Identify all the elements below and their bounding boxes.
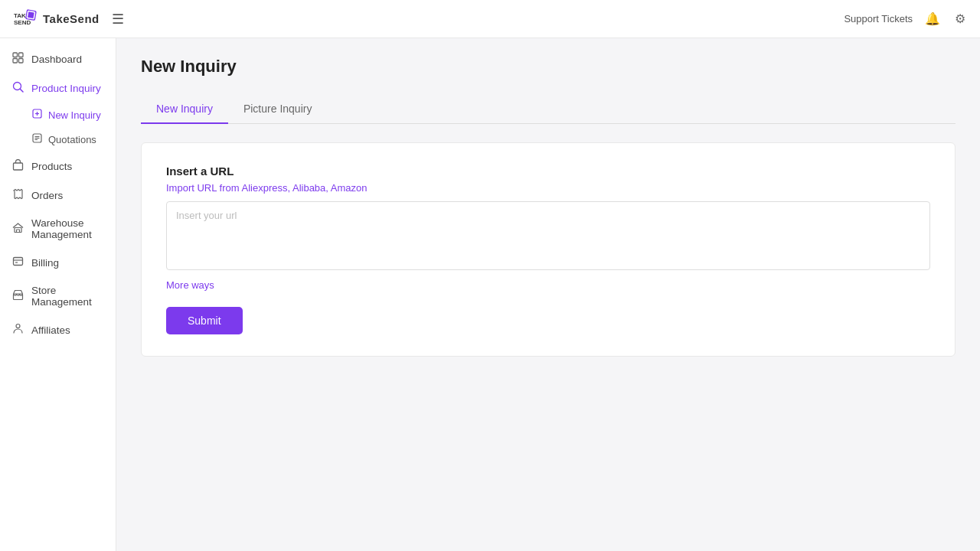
billing-icon: [12, 256, 24, 269]
affiliates-icon: [12, 323, 24, 337]
logo-area: TAKE SEND TakeSend: [12, 7, 100, 31]
page-title: New Inquiry: [141, 57, 956, 77]
topbar-right: Support Tickets 🔔 ⚙: [844, 11, 968, 27]
new-inquiry-sub-icon: [32, 109, 42, 121]
sidebar-label-billing: Billing: [31, 257, 59, 269]
svg-rect-21: [14, 258, 23, 266]
more-ways-link[interactable]: More ways: [166, 279, 214, 291]
warehouse-icon: [12, 222, 24, 236]
tab-picture-inquiry[interactable]: Picture Inquiry: [228, 95, 327, 124]
sidebar-label-store-management: Store Management: [31, 285, 103, 308]
app-name: TakeSend: [43, 12, 100, 25]
quotations-sub-icon: [32, 133, 42, 145]
import-hint: Import URL from Aliexpress, Alibaba, Ama…: [166, 182, 930, 194]
tab-bar: New Inquiry Picture Inquiry: [141, 95, 956, 124]
form-card: Insert a URL Import URL from Aliexpress,…: [141, 142, 956, 357]
url-input[interactable]: [166, 201, 930, 270]
topbar-left: TAKE SEND TakeSend ☰: [12, 7, 124, 31]
topbar: TAKE SEND TakeSend ☰ Support Tickets 🔔 ⚙: [0, 0, 980, 38]
sidebar-item-store-management[interactable]: Store Management: [0, 277, 116, 315]
svg-rect-5: [13, 53, 18, 57]
sidebar-label-affiliates: Affiliates: [31, 324, 70, 336]
svg-rect-24: [14, 294, 23, 300]
sidebar-sub-items: New Inquiry Quotations: [0, 103, 116, 152]
sidebar-label-product-inquiry: Product Inquiry: [31, 83, 101, 94]
sidebar-label-orders: Orders: [31, 190, 63, 201]
sidebar-label-products: Products: [31, 161, 72, 172]
layout: Dashboard Product Inquiry New Inquiry Qu…: [0, 38, 980, 551]
gear-icon[interactable]: ⚙: [952, 11, 968, 27]
sidebar-label-warehouse: Warehouse Management: [31, 217, 103, 240]
bell-icon[interactable]: 🔔: [925, 11, 940, 27]
support-tickets-link[interactable]: Support Tickets: [844, 13, 913, 24]
product-inquiry-icon: [12, 81, 24, 95]
svg-rect-7: [13, 59, 18, 64]
svg-line-10: [21, 90, 24, 93]
sidebar-item-product-inquiry[interactable]: Product Inquiry: [0, 73, 116, 103]
svg-point-25: [16, 324, 20, 328]
section-title: Insert a URL: [166, 165, 930, 178]
sidebar-item-products[interactable]: Products: [0, 152, 116, 181]
svg-rect-6: [19, 53, 24, 57]
sidebar-item-warehouse[interactable]: Warehouse Management: [0, 210, 116, 248]
svg-rect-18: [14, 163, 23, 170]
sidebar-label-dashboard: Dashboard: [31, 54, 82, 65]
sidebar-item-dashboard[interactable]: Dashboard: [0, 44, 116, 73]
app-logo: TAKE SEND: [12, 7, 37, 31]
svg-text:SEND: SEND: [14, 19, 31, 26]
hamburger-icon[interactable]: ☰: [112, 11, 124, 28]
sidebar-sub-item-quotations[interactable]: Quotations: [32, 127, 116, 152]
sidebar-label-new-inquiry: New Inquiry: [48, 109, 101, 121]
sidebar-item-orders[interactable]: Orders: [0, 181, 116, 210]
dashboard-icon: [12, 52, 24, 66]
submit-button[interactable]: Submit: [166, 307, 243, 334]
products-icon: [12, 159, 24, 173]
sidebar-sub-item-new-inquiry[interactable]: New Inquiry: [32, 103, 116, 127]
tab-new-inquiry[interactable]: New Inquiry: [141, 95, 228, 124]
sidebar: Dashboard Product Inquiry New Inquiry Qu…: [0, 38, 116, 551]
orders-icon: [12, 188, 24, 202]
svg-rect-8: [19, 59, 24, 64]
sidebar-label-quotations: Quotations: [48, 134, 96, 145]
sidebar-item-affiliates[interactable]: Affiliates: [0, 315, 116, 344]
store-icon: [12, 289, 24, 303]
svg-rect-20: [17, 230, 20, 233]
sidebar-item-billing[interactable]: Billing: [0, 248, 116, 277]
main-content: New Inquiry New Inquiry Picture Inquiry …: [116, 38, 980, 551]
